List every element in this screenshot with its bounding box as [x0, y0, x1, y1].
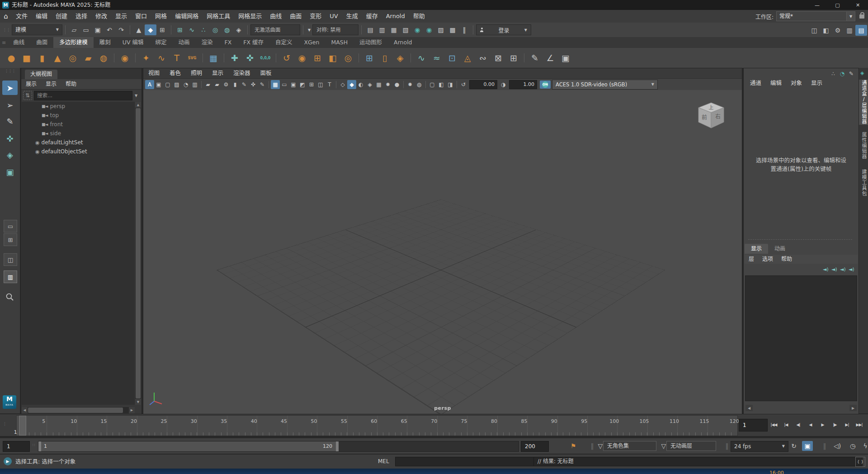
- remesh-grid-icon[interactable]: ⊞: [362, 50, 377, 66]
- maximize-button[interactable]: ▢: [827, 0, 848, 10]
- menu-item-缓存[interactable]: 缓存: [362, 10, 382, 23]
- go-to-end-button[interactable]: ▶▶|: [853, 419, 865, 431]
- poly-disc-icon[interactable]: ◍: [96, 50, 111, 66]
- layout-outliner-persp-button[interactable]: ▥: [4, 270, 17, 283]
- light-editor-icon[interactable]: ▧: [400, 24, 411, 35]
- outliner-menu-显示[interactable]: 显示: [41, 79, 61, 89]
- layer-menu-选项[interactable]: 选项: [758, 255, 777, 264]
- camera-lock-icon[interactable]: ▰: [212, 80, 222, 89]
- wireframe-mode-icon[interactable]: ◇: [338, 80, 347, 89]
- mel-command-input[interactable]: [395, 457, 535, 466]
- shelf-tab-Arnold[interactable]: Arnold: [388, 37, 418, 48]
- attribute-editor-toggle-icon[interactable]: ◧: [820, 25, 832, 36]
- layer-tab-动画[interactable]: 动画: [768, 244, 792, 254]
- render-sequence-icon[interactable]: ▨: [435, 24, 447, 35]
- layout-four-pane-button[interactable]: ⊞: [4, 233, 17, 246]
- outliner-tab[interactable]: 大纲视图: [25, 70, 57, 79]
- poly-torus-icon[interactable]: ◎: [66, 50, 80, 66]
- playback-range[interactable]: 1 120: [38, 441, 339, 451]
- animation-end-field[interactable]: 200: [521, 441, 549, 452]
- menu-item-帮助[interactable]: 帮助: [409, 10, 429, 23]
- scroll-left-icon[interactable]: ◀: [22, 407, 28, 413]
- smooth-mesh-icon[interactable]: ◈: [393, 50, 407, 66]
- poly-cube-icon[interactable]: ■: [19, 50, 34, 66]
- tool-settings-toggle-icon[interactable]: ⚙: [832, 25, 844, 36]
- playblast-icon[interactable]: ▣: [802, 441, 813, 451]
- open-scene-icon[interactable]: ▭: [80, 24, 92, 35]
- outliner-menu-帮助[interactable]: 帮助: [61, 79, 81, 89]
- smooth-shade-icon[interactable]: ◆: [347, 80, 356, 89]
- undo-icon[interactable]: ↶: [104, 24, 115, 35]
- grip-handle[interactable]: ⋮⋮: [3, 28, 10, 32]
- display-options-icon[interactable]: ∴: [829, 70, 838, 78]
- color-management-toggle[interactable]: ON: [540, 81, 551, 89]
- menu-item-网格显示[interactable]: 网格显示: [234, 10, 266, 23]
- menu-item-UV[interactable]: UV: [326, 10, 342, 23]
- curve-rope-icon[interactable]: ∿: [154, 50, 169, 66]
- scroll-down-icon[interactable]: ▼: [135, 399, 141, 405]
- range-end-handle[interactable]: [336, 441, 339, 451]
- outliner-item-defaultObjectSet[interactable]: ◉defaultObjectSet: [22, 147, 135, 156]
- right-tab-通道盒/层编辑器[interactable]: 通道盒/层编辑器: [859, 80, 868, 125]
- gate-mask-icon[interactable]: ◩: [298, 80, 307, 89]
- menu-item-文件[interactable]: 文件: [12, 10, 32, 23]
- viewport-menu-着色[interactable]: 着色: [165, 68, 186, 78]
- current-frame-field[interactable]: 1: [739, 419, 768, 431]
- grip-handle[interactable]: ⋮: [3, 422, 6, 426]
- content-browser-icon[interactable]: ▩: [447, 24, 458, 35]
- layer-new-selected-icon[interactable]: ◄): [839, 265, 847, 273]
- joint-tool-icon[interactable]: ✚: [227, 50, 242, 66]
- channel-menu-通道[interactable]: 通道: [745, 78, 766, 88]
- isolate-add-icon[interactable]: ◧: [437, 80, 446, 89]
- scroll-left-icon[interactable]: ◀: [745, 405, 753, 411]
- isolate-select-icon[interactable]: ▢: [428, 80, 437, 89]
- outliner-search-input[interactable]: [34, 91, 132, 100]
- camera-edit-icon[interactable]: ✎: [240, 80, 249, 89]
- shelf-tab-多边形建模[interactable]: 多边形建模: [53, 37, 94, 48]
- sweep-mesh-icon[interactable]: ✦: [139, 50, 153, 66]
- camera-icon[interactable]: ▰: [203, 80, 212, 89]
- snap-projected-center-icon[interactable]: ◎: [209, 24, 221, 35]
- step-back-frame-button[interactable]: ◀|: [792, 419, 804, 431]
- menu-item-编辑[interactable]: 编辑: [32, 10, 52, 23]
- play-forwards-button[interactable]: ▶: [816, 419, 829, 431]
- graph-editor-icon[interactable]: ✎: [847, 70, 856, 78]
- speed-gauge-icon[interactable]: ◔: [838, 70, 847, 78]
- scale-tool[interactable]: ▣: [2, 165, 18, 179]
- channel-menu-显示[interactable]: 显示: [807, 78, 827, 88]
- outliner-menu-展示[interactable]: 展示: [21, 79, 41, 89]
- chevron-down-icon[interactable]: ▼: [132, 94, 140, 98]
- isolate-remove-icon[interactable]: ◨: [446, 80, 455, 89]
- frame-all-icon[interactable]: ⊠: [491, 50, 505, 66]
- step-forward-frame-button[interactable]: |▶: [829, 419, 841, 431]
- shelf-tab-UV 编辑[interactable]: UV 编辑: [117, 37, 150, 48]
- pan-zoom-icon[interactable]: ✜: [249, 80, 258, 89]
- render-settings-icon[interactable]: ▤: [364, 24, 376, 35]
- snap-curve-icon[interactable]: ∿: [186, 24, 198, 35]
- poly-cone-icon[interactable]: ▲: [50, 50, 65, 66]
- shelf-tab-曲面[interactable]: 曲面: [30, 37, 53, 48]
- cached-playback-icon[interactable]: ϟ: [860, 441, 868, 451]
- layout-single-pane-button[interactable]: ▭: [4, 220, 17, 232]
- viewport-menu-视图[interactable]: 视图: [143, 68, 165, 78]
- sculpt-layers-icon[interactable]: ◉: [295, 50, 309, 66]
- viewport-menu-渲染器[interactable]: 渲染器: [228, 68, 255, 78]
- charset-arrow-icon[interactable]: ▽: [595, 441, 606, 451]
- outliner-item-side[interactable]: ■◄side: [22, 129, 135, 138]
- menu-set-dropdown[interactable]: 建模 ▼: [12, 24, 62, 35]
- animation-start-field[interactable]: 1: [3, 441, 30, 452]
- outliner-vertical-scrollbar[interactable]: ▲ ▼: [135, 102, 141, 405]
- rotate-tool[interactable]: ◈: [2, 147, 18, 162]
- redo-icon[interactable]: ↷: [115, 24, 127, 35]
- all-lights-icon[interactable]: ✹: [406, 80, 415, 89]
- snap-grid-icon[interactable]: ⊞: [174, 24, 186, 35]
- make-live-icon[interactable]: ◈: [233, 24, 245, 35]
- menu-item-Arnold[interactable]: Arnold: [382, 10, 409, 23]
- view-cube[interactable]: 上 前 右: [694, 99, 728, 133]
- menu-item-窗口[interactable]: 窗口: [131, 10, 151, 23]
- sidebar-toggle-icon[interactable]: ▤: [855, 25, 867, 36]
- shelf-tab-MASH[interactable]: MASH: [325, 37, 354, 48]
- grip-handle[interactable]: ∷: [33, 443, 35, 447]
- right-tab-属性编辑器[interactable]: 属性编辑器: [859, 129, 868, 162]
- outliner-horizontal-scrollbar[interactable]: ◀ ▶: [22, 407, 135, 413]
